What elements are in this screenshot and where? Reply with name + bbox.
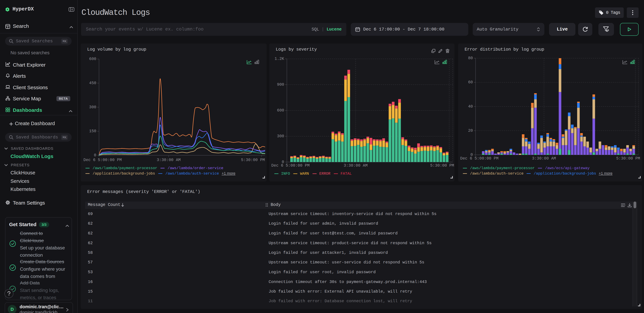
svg-text:/aws/lambda/order-service: /aws/lambda/order-service bbox=[168, 166, 223, 170]
svg-text:/aws/lambda/auth-service: /aws/lambda/auth-service bbox=[166, 171, 219, 176]
svg-text:/aws/lambda/payment-processor: /aws/lambda/payment-processor bbox=[92, 166, 157, 170]
svg-text:/aws/lambda/auth-service: /aws/lambda/auth-service bbox=[470, 171, 524, 176]
svg-text:WARN: WARN bbox=[300, 172, 309, 176]
svg-text:Dec 6 5:00:00 PM: Dec 6 5:00:00 PM bbox=[84, 158, 122, 162]
svg-text:600: 600 bbox=[277, 108, 284, 113]
svg-text:450: 450 bbox=[89, 81, 96, 85]
svg-text:/aws/lambda/payment-processor: /aws/lambda/payment-processor bbox=[470, 166, 535, 170]
svg-text:150: 150 bbox=[89, 129, 96, 133]
svg-text:0: 0 bbox=[94, 153, 96, 157]
svg-text:1.2K: 1.2K bbox=[274, 56, 284, 61]
svg-text:5:30:00 PM: 5:30:00 PM bbox=[616, 156, 640, 161]
svg-text:5:30:00 PM: 5:30:00 PM bbox=[241, 158, 265, 162]
svg-text:80: 80 bbox=[468, 56, 473, 60]
svg-text:600: 600 bbox=[89, 57, 96, 61]
svg-text:40: 40 bbox=[468, 104, 473, 109]
svg-text:ERROR: ERROR bbox=[319, 172, 330, 176]
svg-text:60: 60 bbox=[468, 80, 473, 84]
svg-text:900: 900 bbox=[277, 82, 284, 87]
svg-text:/application/background-jobs: /application/background-jobs bbox=[534, 171, 596, 176]
svg-text:/aws/ecs/api-gateway: /aws/ecs/api-gateway bbox=[545, 166, 590, 170]
svg-text:+1 more: +1 more bbox=[599, 171, 612, 175]
svg-text:Dec 6 5:00:00 PM: Dec 6 5:00:00 PM bbox=[460, 156, 498, 161]
svg-text:3:30:00 AM: 3:30:00 AM bbox=[157, 158, 181, 162]
svg-text:/application/background-jobs: /application/background-jobs bbox=[92, 171, 155, 176]
svg-text:300: 300 bbox=[277, 134, 284, 139]
svg-text:20: 20 bbox=[468, 128, 473, 133]
svg-text:+1 more: +1 more bbox=[222, 171, 235, 175]
svg-text:3:30:00 AM: 3:30:00 AM bbox=[344, 163, 368, 168]
svg-text:300: 300 bbox=[89, 105, 96, 109]
svg-text:Dec 6 5:00:00 PM: Dec 6 5:00:00 PM bbox=[271, 163, 310, 168]
svg-text:3:30:00 AM: 3:30:00 AM bbox=[532, 156, 556, 161]
svg-text:INFO: INFO bbox=[281, 172, 290, 176]
svg-text:5:30:00 PM: 5:30:00 PM bbox=[430, 163, 454, 168]
svg-text:FATAL: FATAL bbox=[340, 172, 352, 176]
